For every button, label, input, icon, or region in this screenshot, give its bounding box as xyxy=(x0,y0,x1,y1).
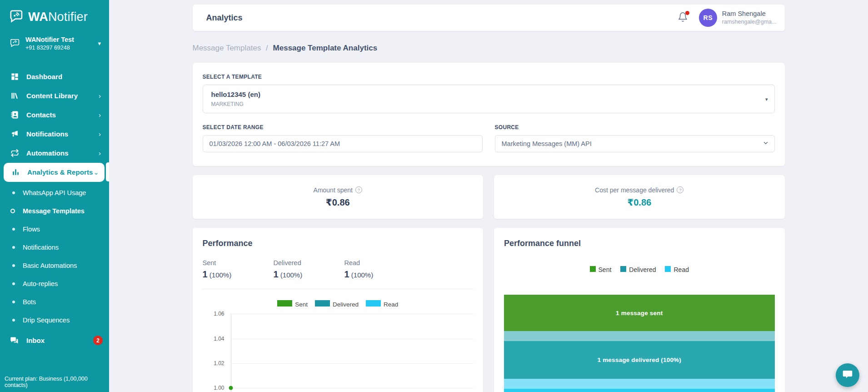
date-range-input[interactable]: 01/03/2026 12:00 AM - 06/03/2026 11:27 A… xyxy=(203,135,483,152)
charts-row: Performance Sent 1 (100%) Delivered 1 (1… xyxy=(193,228,785,392)
chat-bubble-logo-icon xyxy=(9,8,25,25)
performance-line-chart: 1.06 1.04 1.02 1.00 xyxy=(203,311,474,392)
legend-swatch-delivered xyxy=(315,300,330,307)
y-axis-line xyxy=(231,314,231,392)
sidebar-item-content-library[interactable]: Content Library › xyxy=(0,86,109,106)
breadcrumb-parent-link[interactable]: Message Templates xyxy=(193,44,261,52)
subitem-auto-replies[interactable]: Auto-replies xyxy=(0,275,109,293)
avatar[interactable]: RS xyxy=(699,9,717,27)
funnel-chart: 1 message sent 1 message delivered (100%… xyxy=(504,295,775,392)
sidebar-item-analytics-reports[interactable]: Analytics & Reports ⌄ xyxy=(4,163,105,182)
subitem-label: Drip Sequences xyxy=(23,317,70,324)
library-icon xyxy=(10,91,19,101)
metric-pct: (100%) xyxy=(351,271,373,279)
breadcrumb-separator: / xyxy=(266,44,268,52)
top-header: Analytics RS Ram Shengale ramshengale@gm… xyxy=(193,5,785,31)
subitem-flows[interactable]: Flows xyxy=(0,220,109,238)
bullet-icon xyxy=(12,319,15,322)
date-range-label: SELECT DATE RANGE xyxy=(203,124,483,131)
y-tick: 1.06 xyxy=(203,311,224,317)
chevron-right-icon: › xyxy=(99,111,101,119)
logo-text: WANotifier xyxy=(28,10,88,24)
chat-widget-button[interactable] xyxy=(836,363,859,387)
bullet-icon xyxy=(12,246,15,249)
user-email: ramshengale@gma... xyxy=(722,18,777,25)
active-item-strip xyxy=(106,162,109,181)
bullet-icon xyxy=(12,301,15,303)
subitem-message-templates[interactable]: Message Templates xyxy=(0,202,109,220)
legend-label: Delivered xyxy=(333,301,359,308)
account-name: WANotifier Test xyxy=(25,35,74,44)
y-tick: 1.02 xyxy=(203,360,224,367)
gridline xyxy=(231,339,474,339)
account-switcher[interactable]: WANotifier Test +91 83297 69248 ▾ xyxy=(0,35,109,52)
funnel-band-read xyxy=(504,379,775,389)
sidebar-item-automations[interactable]: Automations › xyxy=(0,144,109,163)
chat-bubble-icon xyxy=(9,37,21,50)
subitem-notifications[interactable]: Notifications xyxy=(0,238,109,256)
radio-circle-icon xyxy=(10,209,15,213)
y-tick: 1.04 xyxy=(203,336,224,342)
data-point-sent xyxy=(229,386,233,390)
inbox-chat-icon xyxy=(10,336,19,345)
legend-label: Sent xyxy=(295,301,308,308)
page-title: Analytics xyxy=(206,13,243,23)
sidebar-item-label: Analytics & Reports xyxy=(27,168,93,176)
legend-swatch-read xyxy=(665,266,671,272)
help-icon[interactable]: ? xyxy=(677,186,683,193)
user-menu[interactable]: Ram Shengale ramshengale@gma... xyxy=(722,10,777,25)
dashboard-icon xyxy=(10,72,19,81)
funnel-title: Performance funnel xyxy=(504,239,775,248)
subitem-bots[interactable]: Bots xyxy=(0,293,109,311)
gridline xyxy=(231,314,474,314)
subitem-drip-sequences[interactable]: Drip Sequences xyxy=(0,311,109,329)
caret-down-icon: ▾ xyxy=(765,96,768,102)
sidebar-item-dashboard[interactable]: Dashboard xyxy=(0,67,109,86)
app-logo[interactable]: WANotifier xyxy=(0,0,109,25)
subitem-whatsapp-api-usage[interactable]: WhatsApp API Usage xyxy=(0,184,109,202)
stat-label: Amount spent xyxy=(314,186,353,194)
breadcrumb-current: Message Template Analytics xyxy=(273,44,378,52)
legend-swatch-sent xyxy=(590,266,596,272)
subitem-label: Flows xyxy=(23,226,40,233)
performance-panel: Performance Sent 1 (100%) Delivered 1 (1… xyxy=(193,228,484,392)
bullet-icon xyxy=(12,264,15,267)
main-area: Analytics RS Ram Shengale ramshengale@gm… xyxy=(109,0,868,392)
metric-value: 1 xyxy=(203,269,208,279)
stat-value: ₹0.86 xyxy=(326,197,350,208)
metric-pct: (100%) xyxy=(210,271,231,279)
user-name: Ram Shengale xyxy=(722,10,777,18)
help-icon[interactable]: ? xyxy=(355,186,362,193)
sidebar-item-notifications[interactable]: Notifications › xyxy=(0,125,109,144)
sidebar-item-contacts[interactable]: Contacts › xyxy=(0,106,109,125)
sidebar-item-inbox[interactable]: Inbox 2 xyxy=(0,331,109,350)
chevron-right-icon: › xyxy=(99,149,101,157)
chevron-right-icon: › xyxy=(99,92,101,100)
chat-bubble-icon xyxy=(842,368,853,382)
bullet-icon xyxy=(12,191,15,194)
legend-label: Read xyxy=(673,266,688,273)
caret-down-icon: ▾ xyxy=(98,40,101,47)
logo-bold: WA xyxy=(28,10,48,24)
y-tick: 1.00 xyxy=(203,385,224,391)
chevron-down-icon: ⌄ xyxy=(93,168,99,176)
template-select[interactable]: hello12345 (en) MARKETING ▾ xyxy=(203,85,775,113)
stat-label: Cost per message delivered xyxy=(595,186,674,194)
funnel-bar-read xyxy=(504,389,775,392)
legend-swatch-sent xyxy=(277,300,292,307)
source-select[interactable]: Marketing Messages (MM) API xyxy=(495,135,775,152)
contacts-icon xyxy=(10,111,19,120)
sidebar-item-label: Notifications xyxy=(26,130,68,138)
subitem-label: Bots xyxy=(23,298,36,306)
logo-light: Notifier xyxy=(48,10,88,24)
funnel-bar-delivered: 1 message delivered (100%) xyxy=(504,341,775,379)
source-value: Marketing Messages (MM) API xyxy=(502,140,592,147)
sidebar: WANotifier WANotifier Test +91 83297 692… xyxy=(0,0,109,392)
subitem-label: WhatsApp API Usage xyxy=(23,189,86,196)
repeat-icon xyxy=(10,149,19,158)
legend-swatch-delivered xyxy=(620,266,626,272)
subitem-basic-automations[interactable]: Basic Automations xyxy=(0,256,109,275)
notifications-bell-button[interactable] xyxy=(678,12,688,24)
subitem-label: Notifications xyxy=(23,244,59,251)
metric-label: Read xyxy=(344,259,415,266)
